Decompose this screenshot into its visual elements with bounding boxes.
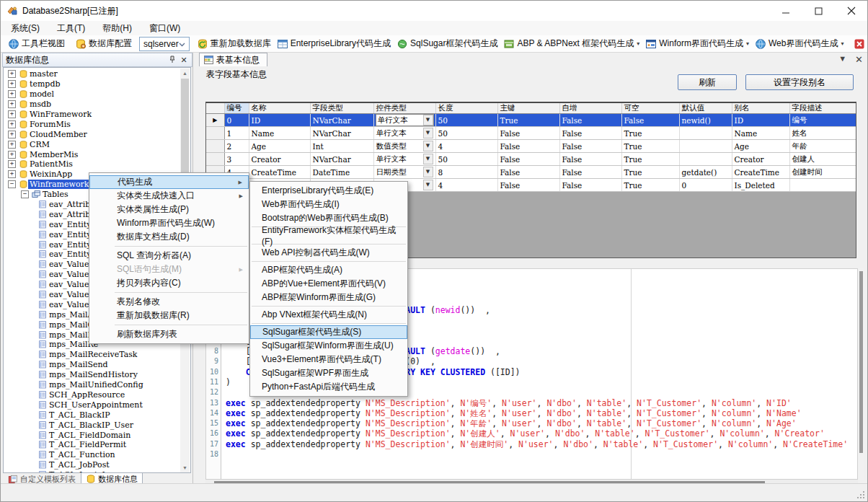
menu-item[interactable]: Python+FastApi后端代码生成 xyxy=(250,380,407,394)
pin-icon[interactable] xyxy=(167,56,177,65)
grid-cell[interactable]: True xyxy=(621,179,679,192)
grid-cell[interactable] xyxy=(679,127,732,140)
tree-node-database[interactable]: +model xyxy=(5,89,180,100)
grid-cell[interactable]: False xyxy=(559,166,621,179)
tree-node-table[interactable]: T_ACL_FieldDomain xyxy=(5,430,180,440)
grid-cell[interactable]: Name xyxy=(249,127,310,140)
grid-cell[interactable]: 单行文本▼ xyxy=(373,114,435,127)
grid-cell[interactable]: 数值类型▼ xyxy=(373,140,435,153)
grid-cell[interactable]: 创建时间 xyxy=(789,166,856,179)
toolbar-button-db-config[interactable]: 数据库配置 xyxy=(72,37,135,50)
tree-node-table[interactable]: T_ACL_JobPost xyxy=(5,460,180,470)
grid-cell[interactable]: True xyxy=(621,140,679,153)
tree-node-table[interactable]: SCH_AppResource xyxy=(5,390,180,400)
expand-icon[interactable]: + xyxy=(8,131,16,138)
tree-node-table[interactable]: T_ACL_Function xyxy=(5,450,180,460)
scroll-up-icon[interactable]: ▲ xyxy=(180,69,190,78)
tree-node-table[interactable]: mps_MailReceiveTask xyxy=(5,350,180,360)
grid-cell[interactable]: True xyxy=(497,114,559,127)
tree-node-database[interactable]: +msdb xyxy=(5,100,180,110)
tree-node-table[interactable]: T_ACL_BlackIP xyxy=(5,410,180,420)
toolbar-button-sqlsugar[interactable]: SqlSugar框架代码生成 xyxy=(394,37,500,50)
tree-node-database[interactable]: +master xyxy=(5,69,180,79)
toolbar-button-toolbar-view[interactable]: 工具栏视图 xyxy=(5,37,68,50)
expand-icon[interactable]: + xyxy=(8,100,16,108)
tree-node-database[interactable]: +WinFramework xyxy=(5,110,180,120)
menu-item[interactable]: Abp VNext框架代码生成(N) xyxy=(250,308,407,322)
grid-cell[interactable]: False xyxy=(497,153,559,166)
minimize-button[interactable] xyxy=(770,1,802,21)
grid-cell[interactable]: Creator xyxy=(732,153,789,166)
grid-cell[interactable]: 0 xyxy=(679,179,732,192)
grid-cell[interactable]: Creator xyxy=(249,153,310,166)
tab-list-dropdown-icon[interactable]: ▼ xyxy=(838,54,846,65)
column-header[interactable]: 字段描述 xyxy=(789,103,856,114)
combo-dropdown-icon[interactable]: ▼ xyxy=(423,141,433,151)
grid-cell[interactable]: 姓名 xyxy=(789,127,856,140)
menu-item[interactable]: ABP框架Winform界面生成(G) xyxy=(250,291,407,304)
combo-dropdown-icon[interactable]: ▼ xyxy=(423,154,433,164)
menu-item[interactable]: SqlSugar框架Winform界面生成(U) xyxy=(250,339,407,353)
grid-cell[interactable]: 创建人 xyxy=(789,153,856,166)
grid-cell[interactable]: True xyxy=(621,127,679,140)
grid-cell[interactable]: Int xyxy=(310,140,373,153)
toolbar-button-reload-db[interactable]: 重新加载数据库 xyxy=(194,37,274,50)
tab-table-basic-info[interactable]: 表基本信息 xyxy=(199,53,267,66)
column-header[interactable]: 长度 xyxy=(435,103,497,114)
combo-dropdown-icon[interactable]: ▼ xyxy=(423,180,433,190)
row-selector[interactable] xyxy=(206,140,224,153)
grid-cell[interactable]: CreateTime xyxy=(732,166,789,179)
close-button[interactable] xyxy=(835,1,867,21)
expand-icon[interactable]: + xyxy=(8,120,16,128)
menubar-item-1[interactable]: 工具(T) xyxy=(50,21,92,36)
expand-icon[interactable]: + xyxy=(8,70,16,78)
menu-item[interactable]: ABP框架代码生成(A) xyxy=(250,263,407,277)
maximize-button[interactable] xyxy=(802,1,835,21)
combo-dropdown-icon[interactable]: ▼ xyxy=(423,115,433,126)
grid-cell[interactable]: False xyxy=(559,179,621,192)
grid-cell[interactable]: DateTime xyxy=(310,166,373,179)
tree-node-table[interactable]: mps_MailSendHistory xyxy=(5,370,180,380)
grid-cell[interactable]: 50 xyxy=(435,114,497,127)
expand-icon[interactable]: + xyxy=(8,80,16,88)
dock-close-icon[interactable]: ✕ xyxy=(179,56,189,65)
refresh-button[interactable]: 刷新 xyxy=(678,74,737,90)
grid-cell[interactable]: 单行文本▼ xyxy=(373,153,435,166)
grid-cell[interactable]: False xyxy=(497,179,559,192)
menu-item[interactable]: 重新加载数据库(R) xyxy=(89,309,249,322)
grid-cell[interactable]: Name xyxy=(732,127,789,140)
menu-item[interactable]: SQL 查询分析器(A) xyxy=(89,249,249,263)
tree-node-database[interactable]: +CRM xyxy=(5,139,180,149)
menu-item[interactable]: 实体类生成快速入口▶ xyxy=(89,189,249,203)
grid-cell[interactable]: False xyxy=(497,140,559,153)
expand-icon[interactable]: + xyxy=(8,160,16,168)
tree-node-database[interactable]: +ForumMis xyxy=(5,119,180,129)
toolbar-button-winform[interactable]: Winform界面代码生成▾ xyxy=(642,37,752,50)
grid-cell[interactable]: NVarChar xyxy=(310,127,373,140)
row-selector[interactable] xyxy=(206,153,224,166)
grid-cell[interactable]: False xyxy=(621,114,679,127)
menu-item[interactable]: Vue3+Element界面代码生成(T) xyxy=(250,353,407,366)
grid-cell[interactable]: Age xyxy=(249,140,310,153)
grid-cell[interactable]: 50 xyxy=(435,127,497,140)
menu-item[interactable]: Bootstrap的Web界面代码生成(B) xyxy=(250,211,407,225)
menu-item[interactable]: 数据库文档生成(D) xyxy=(89,230,249,244)
grid-cell[interactable]: 单行文本▼ xyxy=(373,127,435,140)
tree-node-table[interactable]: T_ACL_FieldPermit xyxy=(5,440,180,450)
dropdown-arrow-icon[interactable]: ▾ xyxy=(841,40,843,47)
menu-item[interactable]: Winform界面代码生成(W) xyxy=(89,216,249,230)
grid-cell[interactable]: 编号 xyxy=(789,114,856,127)
tree-node-table[interactable]: mps_MailUnifiedConfig xyxy=(5,380,180,390)
dropdown-arrow-icon[interactable]: ▾ xyxy=(746,40,749,47)
grid-cell[interactable]: False xyxy=(559,127,621,140)
column-header[interactable]: 字段类型 xyxy=(310,103,373,114)
column-header[interactable]: 控件类型 xyxy=(373,103,435,114)
toolbar-button-exit[interactable]: 退出 xyxy=(851,37,868,50)
grid-cell[interactable] xyxy=(789,179,856,192)
grid-cell[interactable] xyxy=(679,140,732,153)
grid-cell[interactable]: True xyxy=(621,166,679,179)
grid-cell[interactable]: Is_Deleted xyxy=(732,179,789,192)
grid-cell[interactable]: 日期类型▼ xyxy=(373,166,435,179)
collapse-icon[interactable]: − xyxy=(8,180,16,188)
expand-icon[interactable]: + xyxy=(8,90,16,98)
